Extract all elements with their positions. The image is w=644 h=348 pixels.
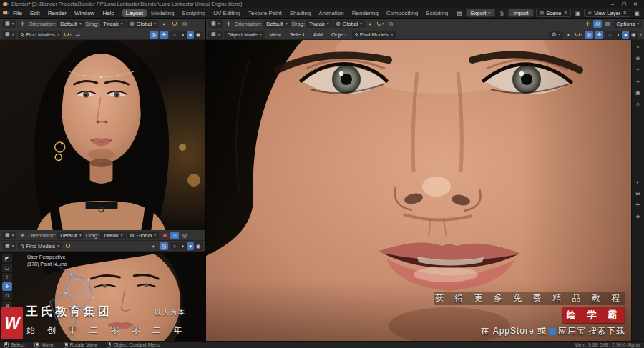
tab-compositing[interactable]: Compositing bbox=[383, 9, 421, 17]
tab-texture-paint[interactable]: Texture Paint bbox=[245, 9, 286, 17]
tool-scale[interactable]: ⊿ bbox=[2, 301, 12, 309]
editor-type-selector[interactable]: ▦ ▾ bbox=[2, 242, 16, 250]
transform-orientation-dropdown[interactable]: ◍ Global ▾ bbox=[333, 20, 366, 28]
shading-wireframe-icon[interactable]: ○ bbox=[606, 31, 613, 39]
drag-dropdown[interactable]: Tweak ▾ bbox=[100, 232, 125, 239]
transform-gizmo-icon[interactable]: ✛ bbox=[224, 20, 233, 28]
tab-animation[interactable]: Animation bbox=[315, 9, 348, 17]
snap-magnet-icon[interactable]: ▾ bbox=[376, 20, 385, 28]
find-models-search[interactable]: Find Models ▾ bbox=[18, 242, 62, 250]
gizmo-extra-3-icon[interactable]: ✛ bbox=[633, 201, 643, 209]
orientation-dropdown[interactable]: Default ▾ bbox=[263, 20, 291, 28]
shading-rendered-icon[interactable]: ◉ bbox=[630, 31, 637, 39]
find-models-search[interactable]: Find Models ▾ bbox=[18, 31, 62, 39]
overlays-toggle-icon[interactable]: ◎ bbox=[160, 242, 168, 250]
shading-material-icon[interactable]: ● bbox=[187, 242, 194, 250]
transform-orientation-dropdown[interactable]: ◍ Global ▾ bbox=[127, 232, 160, 239]
menu-select[interactable]: Select bbox=[286, 31, 308, 39]
shading-solid-icon[interactable]: ◑ bbox=[179, 242, 186, 250]
shading-rendered-icon[interactable]: ◉ bbox=[195, 242, 202, 250]
tab-modeling[interactable]: Modeling bbox=[147, 9, 177, 17]
shading-material-icon[interactable]: ● bbox=[622, 31, 629, 39]
maximize-button[interactable]: ▢ bbox=[618, 1, 630, 7]
shading-wireframe-icon[interactable]: ○ bbox=[171, 31, 178, 39]
menu-window[interactable]: Window bbox=[71, 9, 98, 17]
transform-orientation-dropdown[interactable]: ◍ Global ▾ bbox=[127, 20, 160, 28]
new-scene-icon[interactable]: ▣ bbox=[573, 9, 582, 17]
ortho-toggle-icon[interactable]: ◇ bbox=[633, 100, 643, 108]
tab-rendering[interactable]: Rendering bbox=[348, 9, 382, 17]
menu-edit[interactable]: Edit bbox=[26, 9, 44, 17]
shading-rendered-icon[interactable]: ◉ bbox=[195, 31, 202, 39]
tab-scripting[interactable]: Scripting bbox=[422, 9, 452, 17]
pan-icon[interactable]: ↔ bbox=[633, 77, 643, 85]
shading-wireframe-icon[interactable]: ○ bbox=[171, 242, 178, 250]
xray-toggle-icon[interactable]: ▥ bbox=[603, 20, 612, 28]
gizmo-extra-2-icon[interactable]: ⊞ bbox=[633, 189, 643, 197]
tool-rotate[interactable]: ↻ bbox=[2, 292, 12, 300]
tab-uv-editing[interactable]: UV Editing bbox=[210, 9, 244, 17]
minimize-button[interactable]: – bbox=[607, 1, 618, 7]
proportional-editing-icon[interactable]: ◐ bbox=[366, 20, 375, 28]
editor-type-selector[interactable]: ▦ ▾ bbox=[2, 31, 16, 39]
blender-menu-icon[interactable] bbox=[3, 11, 9, 15]
gizmo-extra-4-icon[interactable]: ◈ bbox=[633, 212, 643, 220]
find-models-search[interactable]: Find Models ▾ bbox=[352, 31, 396, 39]
global-pivot-dropdown[interactable]: ◍ ▾ bbox=[549, 31, 563, 39]
gizmos-toggle-icon[interactable]: ✛ bbox=[160, 31, 168, 39]
view-layer-selector[interactable]: ≣ View Layer ✕ bbox=[584, 9, 630, 17]
snap-magnet-icon[interactable] bbox=[64, 242, 72, 250]
overlap-circles-icon[interactable]: ◎ bbox=[180, 20, 189, 28]
drag-dropdown[interactable]: Tweak ▾ bbox=[100, 20, 125, 28]
tool-annotate[interactable]: ✎ bbox=[2, 319, 12, 328]
collapse-panel-icon[interactable]: « bbox=[633, 43, 643, 51]
overlap-circles-icon[interactable]: ◎ bbox=[180, 232, 189, 239]
new-view-layer-icon[interactable]: ▣ bbox=[633, 9, 641, 17]
editor-type-selector[interactable]: ▦ ▾ bbox=[208, 20, 223, 28]
camera-view-icon[interactable]: ▣ bbox=[633, 89, 643, 96]
tab-layout[interactable]: Layout bbox=[122, 9, 147, 17]
menu-render[interactable]: Render bbox=[44, 9, 70, 17]
drag-dropdown[interactable]: Tweak ▾ bbox=[306, 20, 331, 28]
shading-material-icon[interactable]: ● bbox=[187, 31, 194, 39]
brush-blue-icon[interactable] bbox=[170, 232, 179, 239]
orientation-dropdown[interactable]: Default ▾ bbox=[57, 20, 84, 28]
options-dropdown[interactable]: Options ▾ bbox=[613, 20, 642, 28]
gizmos-toggle-icon[interactable]: ✛ bbox=[595, 31, 603, 39]
viewport-3d-closeup[interactable]: « ⊕ + ↔ ▣ ◇ ◐ ⊞ ✛ ◈ 获 得 更 多 免 费 精 品 教 程 … bbox=[206, 40, 644, 341]
mode-dropdown[interactable]: Object Mode ▾ bbox=[224, 31, 264, 39]
proportional-editing-icon[interactable]: ◐ bbox=[160, 20, 169, 28]
viewport-3d-portrait[interactable] bbox=[0, 40, 205, 230]
proportional-editing-icon[interactable]: ◐ bbox=[150, 242, 158, 250]
chevron-down-icon[interactable]: ▾ bbox=[640, 32, 642, 36]
menu-file[interactable]: File bbox=[9, 9, 26, 17]
proportional-editing-icon[interactable]: ◐ bbox=[565, 31, 573, 39]
scene-selector[interactable]: ▤ Scene ✕ bbox=[536, 9, 572, 17]
snap-magnet-icon[interactable]: ▾ bbox=[64, 31, 72, 39]
nav-gizmo-icon[interactable]: ⊕ bbox=[633, 54, 643, 62]
viewport-3d-paint[interactable]: ◤ ◻ ⊹ ✛ ↻ ⊿ ◈ ✎ User Perspective (178) P… bbox=[0, 252, 205, 341]
swap-icon[interactable]: ⇄ bbox=[74, 31, 82, 39]
overlays-toggle-icon[interactable]: ◎ bbox=[150, 31, 158, 39]
snap-magnet-icon[interactable] bbox=[170, 20, 179, 28]
tool-cursor[interactable]: ⊹ bbox=[2, 273, 12, 282]
export-button[interactable]: Export ▾ bbox=[466, 9, 495, 17]
menu-add[interactable]: Add bbox=[310, 31, 326, 39]
menu-help[interactable]: Help bbox=[99, 9, 117, 17]
brush-color-red-icon[interactable] bbox=[160, 232, 169, 239]
screen-icon[interactable]: ▤ bbox=[455, 9, 464, 17]
menu-object[interactable]: Object bbox=[328, 31, 351, 39]
overlays-toggle-icon[interactable]: ◎ bbox=[585, 31, 593, 39]
shading-solid-icon[interactable]: ◑ bbox=[179, 31, 186, 39]
gizmo-extra-1-icon[interactable]: ◐ bbox=[633, 178, 643, 186]
editor-type-selector[interactable]: ▦ ▾ bbox=[208, 31, 223, 39]
tool-move[interactable]: ✛ bbox=[2, 282, 12, 291]
gizmos-toggle-icon[interactable]: ✛ bbox=[583, 20, 592, 28]
orientation-dropdown[interactable]: Default ▾ bbox=[57, 232, 84, 239]
transform-gizmo-icon[interactable]: ✛ bbox=[18, 232, 26, 239]
snap-magnet-icon[interactable]: ▾ bbox=[575, 31, 583, 39]
editor-type-selector[interactable]: ▦ ▾ bbox=[2, 20, 16, 28]
tool-tweak-select[interactable]: ◤ bbox=[2, 254, 12, 263]
menu-view[interactable]: View bbox=[266, 31, 285, 39]
shading-solid-icon[interactable]: ◑ bbox=[614, 31, 621, 39]
